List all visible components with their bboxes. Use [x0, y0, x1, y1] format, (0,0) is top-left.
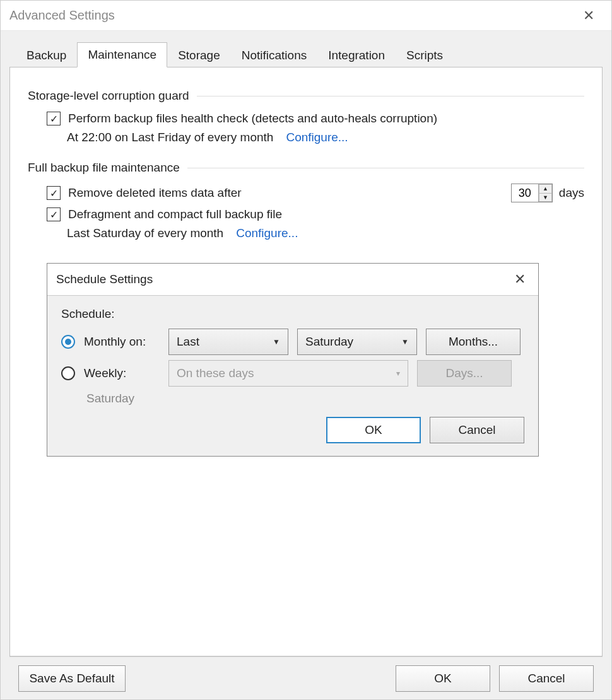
- row-remove-deleted: ✓ Remove deleted items data after ▲ ▼ da…: [47, 184, 584, 202]
- titlebar: Advanced Settings ✕: [1, 1, 611, 31]
- save-as-default-button[interactable]: Save As Default: [18, 665, 126, 692]
- defragment-schedule-text: Last Saturday of every month: [67, 226, 223, 240]
- schedule-monthly-row: Monthly on: Last ▼ Saturday ▼ Months...: [61, 329, 524, 355]
- group-full-backup-label: Full backup file maintenance: [28, 161, 180, 175]
- divider: [187, 168, 584, 168]
- spinner-down-icon[interactable]: ▼: [539, 193, 552, 202]
- days-suffix: days: [559, 186, 584, 200]
- group-storage-guard-label: Storage-level corruption guard: [28, 89, 189, 103]
- row-healthcheck: ✓ Perform backup files health check (det…: [47, 112, 584, 125]
- tab-maintenance[interactable]: Maintenance: [77, 42, 167, 67]
- checkbox-remove-deleted-label: Remove deleted items data after: [68, 186, 242, 200]
- dropdown-weekly-placeholder: On these days: [177, 366, 396, 380]
- tab-notifications[interactable]: Notifications: [231, 43, 318, 67]
- defragment-configure-link[interactable]: Configure...: [236, 226, 298, 240]
- cancel-label: Cancel: [527, 672, 565, 685]
- save-as-default-label: Save As Default: [29, 672, 114, 685]
- dropdown-ordinal[interactable]: Last ▼: [168, 329, 288, 355]
- dropdown-day[interactable]: Saturday ▼: [297, 329, 417, 355]
- chevron-down-icon: ▼: [401, 337, 409, 346]
- row-defragment: ✓ Defragment and compact full backup fil…: [47, 207, 584, 221]
- schedule-dialog-buttons: OK Cancel: [61, 417, 524, 443]
- window-title: Advanced Settings: [9, 8, 575, 23]
- row-healthcheck-schedule: At 22:00 on Last Friday of every month C…: [67, 131, 584, 144]
- chevron-down-icon: ▾: [396, 369, 400, 378]
- close-icon[interactable]: ✕: [575, 8, 603, 24]
- tab-storage[interactable]: Storage: [167, 43, 231, 67]
- schedule-dialog-title: Schedule Settings: [56, 272, 510, 286]
- dropdown-ordinal-value: Last: [177, 335, 273, 349]
- schedule-cancel-label: Cancel: [458, 423, 495, 437]
- tab-integration[interactable]: Integration: [317, 43, 396, 67]
- schedule-dialog-close-icon[interactable]: ✕: [510, 271, 529, 288]
- group-full-backup: Full backup file maintenance: [28, 161, 584, 175]
- ok-button[interactable]: OK: [396, 665, 490, 692]
- days-button-label: Days...: [445, 366, 483, 380]
- cancel-button[interactable]: Cancel: [499, 665, 594, 692]
- dropdown-day-value: Saturday: [305, 335, 401, 349]
- radio-monthly[interactable]: [61, 335, 75, 349]
- checkbox-healthcheck[interactable]: ✓: [47, 112, 61, 125]
- checkbox-healthcheck-label: Perform backup files health check (detec…: [68, 112, 437, 125]
- ok-label: OK: [434, 672, 451, 685]
- radio-weekly-label: Weekly:: [84, 366, 160, 380]
- tab-pane-maintenance: Storage-level corruption guard ✓ Perform…: [9, 67, 603, 656]
- schedule-cancel-button[interactable]: Cancel: [430, 417, 524, 443]
- chevron-down-icon: ▼: [273, 337, 280, 346]
- schedule-weekly-row: Weekly: On these days ▾ Days...: [61, 360, 524, 387]
- months-button-label: Months...: [449, 335, 498, 349]
- radio-weekly[interactable]: [61, 366, 75, 380]
- spinner-arrows: ▲ ▼: [538, 184, 552, 202]
- schedule-label: Schedule:: [61, 307, 524, 321]
- days-button: Days...: [417, 360, 512, 387]
- content-area: Backup Maintenance Storage Notifications…: [1, 31, 611, 699]
- advanced-settings-window: Advanced Settings ✕ Backup Maintenance S…: [0, 0, 612, 700]
- days-input[interactable]: [512, 184, 538, 202]
- schedule-dialog-titlebar: Schedule Settings ✕: [47, 264, 538, 296]
- footer: Save As Default OK Cancel: [9, 656, 603, 699]
- schedule-settings-dialog: Schedule Settings ✕ Schedule: Monthly on…: [47, 263, 539, 457]
- dropdown-weekly-days[interactable]: On these days ▾: [168, 360, 408, 387]
- group-storage-guard: Storage-level corruption guard: [28, 89, 584, 103]
- schedule-summary: Saturday: [86, 392, 524, 405]
- tab-scripts[interactable]: Scripts: [396, 43, 454, 67]
- tab-bar: Backup Maintenance Storage Notifications…: [9, 42, 603, 67]
- days-spinner: ▲ ▼: [511, 184, 553, 202]
- schedule-ok-label: OK: [365, 423, 382, 437]
- checkbox-defragment[interactable]: ✓: [47, 207, 61, 221]
- checkbox-remove-deleted[interactable]: ✓: [47, 186, 61, 200]
- schedule-ok-button[interactable]: OK: [326, 417, 421, 443]
- checkbox-defragment-label: Defragment and compact full backup file: [68, 207, 282, 221]
- radio-monthly-label: Monthly on:: [84, 335, 160, 349]
- divider: [197, 96, 584, 96]
- tab-backup[interactable]: Backup: [16, 43, 77, 67]
- months-button[interactable]: Months...: [426, 329, 521, 355]
- row-defragment-schedule: Last Saturday of every month Configure..…: [67, 226, 584, 240]
- schedule-dialog-body: Schedule: Monthly on: Last ▼ Saturday ▼: [47, 296, 538, 456]
- spinner-up-icon[interactable]: ▲: [539, 184, 552, 193]
- healthcheck-configure-link[interactable]: Configure...: [286, 131, 348, 144]
- healthcheck-schedule-text: At 22:00 on Last Friday of every month: [67, 131, 273, 144]
